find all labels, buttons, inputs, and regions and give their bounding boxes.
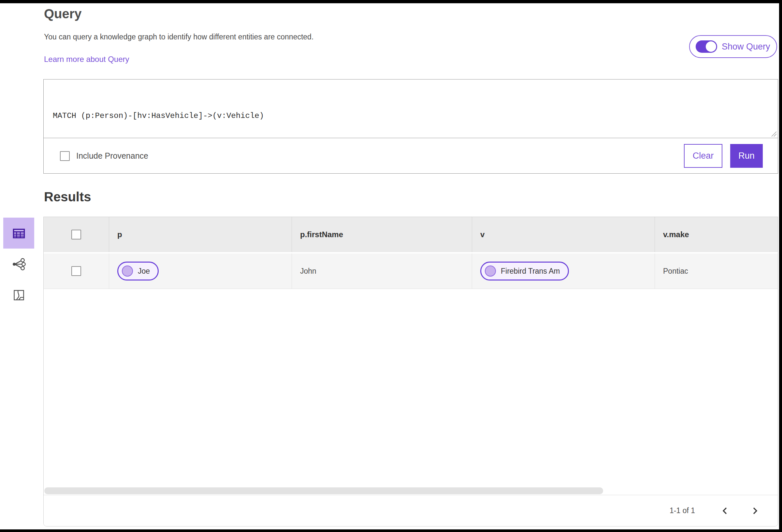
next-page-button[interactable] xyxy=(748,504,762,518)
query-editor-footer: Include Provenance Clear Run xyxy=(44,138,778,173)
query-code-textarea[interactable]: MATCH (p:Person)-[hv:HasVehicle]->(v:Veh… xyxy=(44,79,778,138)
table-view-icon xyxy=(11,226,26,241)
cell-v: Firebird Trans Am xyxy=(472,253,655,289)
column-header-v-make: v.make xyxy=(655,217,778,252)
table-header-row: p p.firstName v v.make xyxy=(44,217,778,253)
cell-v-make: Pontiac xyxy=(655,253,778,289)
table-row: Joe John Firebird Trans Am Pontiac xyxy=(44,253,778,289)
pagination-bar: 1-1 of 1 xyxy=(44,495,778,526)
show-query-label: Show Query xyxy=(722,42,770,52)
entity-node-icon xyxy=(485,265,496,277)
results-title: Results xyxy=(44,189,91,204)
entity-pill-person[interactable]: Joe xyxy=(117,261,159,281)
toggle-knob xyxy=(706,41,716,52)
screenshot-frame-bottom xyxy=(0,529,782,532)
column-header-p: p xyxy=(109,217,292,252)
results-table-panel: p p.firstName v v.make Joe John Firebird… xyxy=(43,217,778,527)
chevron-left-icon xyxy=(721,506,729,515)
column-header-v: v xyxy=(472,217,655,252)
entity-node-icon xyxy=(122,265,133,277)
include-provenance-label: Include Provenance xyxy=(76,151,148,161)
results-view-switcher xyxy=(3,218,34,311)
cell-p-firstname: John xyxy=(292,253,472,289)
row-checkbox-cell xyxy=(44,253,109,289)
table-view-button[interactable] xyxy=(3,218,34,249)
query-editor-panel: MATCH (p:Person)-[hv:HasVehicle]->(v:Veh… xyxy=(43,79,778,174)
select-all-checkbox[interactable] xyxy=(71,230,81,240)
cell-p: Joe xyxy=(109,253,292,289)
page-title: Query xyxy=(44,6,82,21)
query-code-line: MATCH (p:Person)-[hv:HasVehicle]->(v:Veh… xyxy=(53,110,769,121)
entity-label: Firebird Trans Am xyxy=(501,267,560,276)
include-provenance-checkbox[interactable] xyxy=(60,151,70,161)
toggle-switch-icon[interactable] xyxy=(696,40,717,53)
horizontal-scrollbar-thumb[interactable] xyxy=(44,487,603,494)
link-chart-view-icon xyxy=(11,257,26,272)
clear-button[interactable]: Clear xyxy=(684,144,722,168)
page-description: You can query a knowledge graph to ident… xyxy=(44,33,314,41)
screenshot-frame-right xyxy=(779,0,782,532)
run-button[interactable]: Run xyxy=(730,144,763,168)
previous-page-button[interactable] xyxy=(718,504,732,518)
learn-more-link[interactable]: Learn more about Query xyxy=(44,55,129,64)
entity-label: Joe xyxy=(138,267,150,276)
header-checkbox-cell xyxy=(44,217,109,252)
show-query-toggle[interactable]: Show Query xyxy=(689,35,777,58)
pagination-range-label: 1-1 of 1 xyxy=(670,506,695,515)
column-header-p-firstname: p.firstName xyxy=(292,217,472,252)
chevron-right-icon xyxy=(751,506,759,515)
link-chart-view-button[interactable] xyxy=(3,249,34,280)
resize-grip-icon[interactable] xyxy=(770,130,777,137)
entity-pill-vehicle[interactable]: Firebird Trans Am xyxy=(480,261,569,281)
map-view-button[interactable] xyxy=(3,280,34,311)
screenshot-frame-top xyxy=(0,0,782,3)
row-checkbox[interactable] xyxy=(71,266,81,276)
map-view-icon xyxy=(12,288,26,302)
